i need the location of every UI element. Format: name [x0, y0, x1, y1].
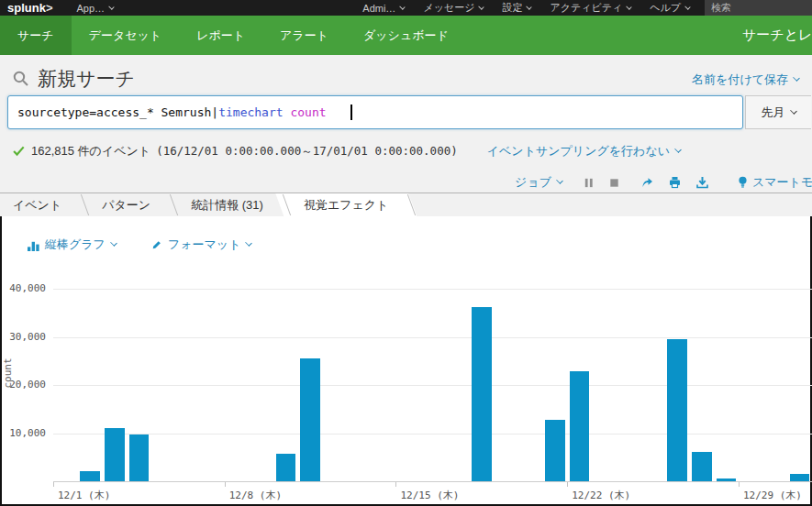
viz-controls: 縦棒グラフ フォーマット — [28, 236, 251, 253]
chevron-down-icon — [790, 107, 797, 115]
stop-icon — [608, 177, 620, 189]
chart-bar[interactable] — [545, 420, 565, 481]
current-app-label[interactable]: サーチとレポート — [733, 16, 812, 55]
y-axis-tick-label: 40,000 — [0, 282, 46, 294]
nav-item-datasets[interactable]: データセット — [72, 16, 180, 55]
chart-type-label: 縦棒グラフ — [45, 236, 106, 253]
app-nav-bar: サーチ データセット レポート アラート ダッシュボード サーチとレポート — [0, 16, 812, 55]
chevron-down-icon — [527, 4, 532, 9]
tab-label: 視覚エフェクト — [304, 197, 389, 214]
save-as-button[interactable]: 名前を付けて保存 — [692, 72, 799, 88]
splunk-logo[interactable]: splunk> — [7, 1, 53, 15]
chevron-down-icon — [674, 146, 682, 153]
nav-item-alerts[interactable]: アラート — [262, 16, 346, 55]
chart-bar[interactable] — [472, 307, 492, 481]
x-axis-tick — [53, 482, 54, 487]
lightbulb-icon — [737, 176, 749, 189]
chart-gridline — [53, 434, 812, 434]
share-icon — [640, 176, 654, 189]
job-status-row: 162,815 件のイベント (16/12/01 0:00:00.000～17/… — [13, 143, 681, 160]
chart-bar[interactable] — [570, 371, 590, 481]
job-menu-label: ジョブ — [515, 174, 551, 191]
y-axis-tick-label: 30,000 — [0, 331, 46, 343]
export-button[interactable] — [695, 176, 709, 189]
y-axis-tick-label: 20,000 — [0, 379, 46, 390]
chart-type-menu[interactable]: 縦棒グラフ — [28, 236, 117, 253]
x-axis-tick-label: 12/22 (木) — [572, 489, 630, 502]
chevron-down-icon — [479, 4, 484, 9]
text-cursor — [350, 104, 352, 120]
tab-patterns[interactable]: パターン — [82, 193, 171, 216]
splunk-window: splunk> App… Admi… メッセージ 設定 アクティビティ ヘルプ … — [0, 0, 812, 506]
query-command: timechart — [218, 105, 283, 119]
nav-item-search[interactable]: サーチ — [0, 16, 72, 55]
chevron-down-icon — [246, 239, 253, 247]
search-header-section: 新規サーチ 名前を付けて保存 sourcetype=access_* Semru… — [0, 55, 812, 216]
job-menu[interactable]: ジョブ — [515, 174, 562, 191]
help-menu[interactable]: ヘルプ — [650, 1, 690, 15]
nav-item-label: レポート — [196, 28, 245, 44]
time-span: (16/12/01 0:00:00.000～17/01/01 0:00:00.0… — [156, 144, 458, 160]
share-job-button[interactable] — [640, 176, 654, 189]
printer-icon — [668, 176, 682, 189]
chart-bar[interactable] — [129, 434, 150, 481]
nav-item-label: データセット — [89, 28, 162, 44]
search-mode-label: スマートモード — [752, 174, 812, 191]
chevron-down-icon — [684, 4, 690, 9]
search-query-input[interactable]: sourcetype=access_* Semrush|timechart co… — [7, 95, 743, 129]
pencil-icon — [151, 239, 162, 250]
messages-menu[interactable]: メッセージ — [423, 1, 484, 15]
tab-events[interactable]: イベント — [0, 193, 82, 216]
time-range-label: 先月 — [762, 104, 785, 121]
y-axis-title: count — [2, 332, 15, 414]
stop-job-button[interactable] — [608, 177, 620, 189]
tab-visualization[interactable]: 視覚エフェクト — [284, 193, 409, 216]
messages-menu-label: メッセージ — [423, 1, 474, 15]
format-menu[interactable]: フォーマット — [151, 236, 252, 253]
event-sampling-menu[interactable]: イベントサンプリングを行わない — [487, 143, 681, 160]
export-icon — [695, 176, 709, 189]
event-sampling-label: イベントサンプリングを行わない — [487, 143, 670, 160]
chart-bar[interactable] — [276, 454, 296, 481]
chevron-down-icon — [627, 4, 632, 9]
search-mode-menu[interactable]: スマートモード — [737, 174, 812, 191]
time-range-picker[interactable]: 先月 — [745, 95, 811, 129]
chart-bar[interactable] — [300, 358, 320, 481]
global-search-input[interactable]: 検索 — [705, 0, 812, 16]
title-row: 新規サーチ — [13, 66, 135, 92]
query-text: sourcetype=access_* Semrush| — [17, 105, 218, 119]
settings-menu[interactable]: 設定 — [502, 1, 531, 15]
chevron-down-icon — [110, 239, 117, 247]
chevron-down-icon — [400, 4, 406, 9]
chart-bar[interactable] — [80, 471, 100, 481]
chart-bar[interactable] — [717, 478, 737, 481]
x-axis-tick-label: 12/8 (木) — [229, 489, 282, 502]
account-menu[interactable]: Admi… — [362, 3, 405, 14]
x-axis-tick — [739, 482, 740, 487]
search-icon — [13, 71, 29, 87]
x-axis-tick — [225, 482, 226, 487]
nav-item-label: ダッシュボード — [363, 28, 449, 44]
tab-statistics[interactable]: 統計情報 (31) — [171, 193, 284, 216]
column-chart-icon — [28, 239, 39, 251]
chart-bar[interactable] — [692, 452, 712, 481]
pause-icon — [583, 177, 595, 189]
format-label: フォーマット — [168, 236, 241, 253]
x-axis-tick — [567, 482, 568, 487]
chart-gridline — [53, 289, 812, 290]
chart-bar[interactable] — [105, 428, 125, 481]
chart-bar[interactable] — [667, 339, 687, 481]
help-menu-label: ヘルプ — [650, 1, 681, 15]
column-chart: count 10,00020,00030,00040,00012/1 (木)12… — [0, 271, 812, 506]
nav-item-label: アラート — [280, 28, 328, 44]
chart-plot — [53, 275, 812, 482]
chart-bar[interactable] — [790, 474, 810, 481]
x-axis-tick-label: 12/29 (木) — [743, 489, 802, 502]
nav-item-reports[interactable]: レポート — [179, 16, 262, 55]
splunk-logo-text: splunk — [7, 1, 46, 15]
app-menu[interactable]: App… — [77, 3, 115, 14]
activity-menu[interactable]: アクティビティ — [550, 1, 631, 15]
pause-job-button[interactable] — [583, 177, 595, 189]
nav-item-dashboards[interactable]: ダッシュボード — [346, 16, 466, 55]
print-button[interactable] — [668, 176, 682, 189]
